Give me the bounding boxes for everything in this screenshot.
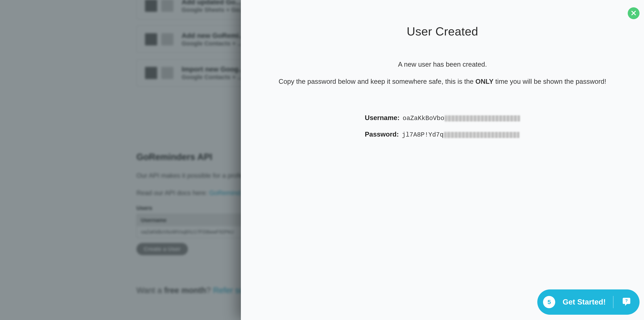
get-started-count-badge: 5 — [543, 296, 555, 308]
redacted-segment — [444, 132, 520, 138]
username-row: Username: oaZaKkBoVbo — [365, 114, 520, 122]
close-button[interactable] — [628, 7, 640, 19]
panel-msg2-post: time you will be shown the password! — [494, 78, 606, 85]
panel-message-1: A new user has been created. — [241, 61, 644, 68]
get-started-button[interactable]: 5 Get Started! ? — [537, 289, 640, 315]
password-label: Password: — [365, 130, 399, 138]
get-started-label: Get Started! — [562, 298, 606, 306]
redacted-segment — [445, 115, 520, 122]
credentials-block: Username: oaZaKkBoVbo Password: jl7A8P!Y… — [365, 114, 520, 147]
username-label: Username: — [365, 114, 400, 122]
panel-msg2-pre: Copy the password below and keep it some… — [278, 78, 476, 85]
username-value[interactable]: oaZaKkBoVbo — [403, 115, 520, 122]
help-chat-icon: ? — [621, 296, 632, 308]
user-created-panel: User Created A new user has been created… — [241, 0, 644, 320]
password-visible-part: jl7A8P!Yd7q — [402, 131, 444, 138]
svg-text:?: ? — [625, 298, 628, 303]
close-icon — [630, 10, 637, 17]
password-row: Password: jl7A8P!Yd7q — [365, 130, 520, 138]
panel-message-2: Copy the password below and keep it some… — [241, 78, 644, 85]
username-visible-part: oaZaKkBoVbo — [403, 115, 444, 122]
divider — [613, 296, 614, 308]
password-value[interactable]: jl7A8P!Yd7q — [402, 131, 520, 138]
panel-msg2-bold: ONLY — [476, 78, 494, 85]
panel-title: User Created — [241, 25, 644, 38]
